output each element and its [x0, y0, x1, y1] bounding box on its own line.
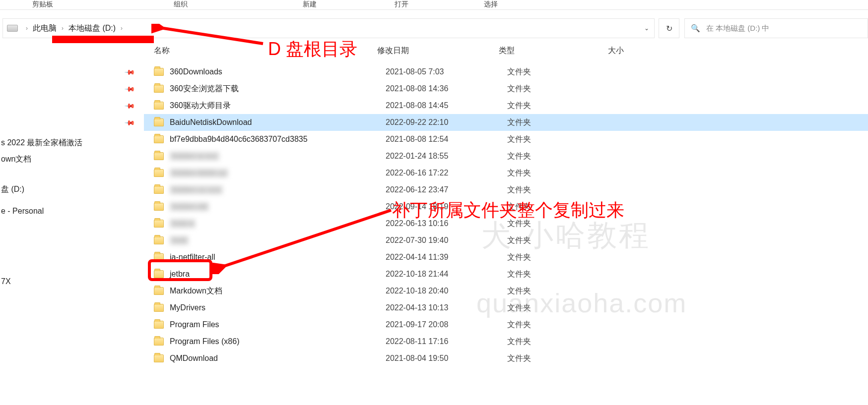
file-type: 文件夹 — [507, 101, 616, 111]
refresh-icon: ↻ — [666, 24, 672, 33]
sidebar-item[interactable]: s 2022 最新全家桶激活 — [0, 135, 144, 151]
file-type: 文件夹 — [507, 353, 616, 364]
chevron-down-icon[interactable]: ⌄ — [644, 25, 649, 32]
file-name: QMDownload — [170, 354, 386, 363]
file-date: 2022-10-18 21:44 — [386, 270, 507, 279]
sidebar-item[interactable]: 7X — [0, 274, 144, 289]
file-date: 2021-08-08 14:36 — [386, 84, 507, 93]
pin-icon[interactable]: 📌 — [124, 116, 135, 128]
sidebar: 📌 📌 📌 📌 s 2022 最新全家桶激活 own文档 盘 (D:) e - … — [0, 41, 144, 405]
file-row[interactable]: hidden-cc-zzz2022-06-12 23:47文件夹 — [144, 181, 868, 198]
folder-icon — [154, 203, 164, 211]
chevron-right-icon[interactable]: › — [118, 25, 126, 32]
folder-icon — [154, 287, 164, 295]
search-placeholder: 在 本地磁盘 (D:) 中 — [706, 24, 770, 33]
ribbon-section-row: 剪贴板 组织 新建 打开 选择 — [0, 0, 868, 10]
file-type: 文件夹 — [507, 337, 616, 347]
annotation-d-root: D 盘根目录 — [268, 37, 357, 61]
file-name: 360Downloads — [170, 67, 386, 76]
file-row[interactable]: 360Downloads2021-08-05 7:03文件夹 — [144, 63, 868, 80]
folder-icon — [154, 135, 164, 143]
pin-icon[interactable]: 📌 — [124, 66, 135, 77]
search-icon: 🔍 — [691, 24, 700, 33]
file-row[interactable]: Program Files (x86)2022-08-11 17:16文件夹 — [144, 333, 868, 350]
file-row[interactable]: QMDownload2021-08-04 19:50文件夹 — [144, 350, 868, 367]
sidebar-item[interactable]: e - Personal — [0, 204, 144, 219]
sidebar-item[interactable]: 盘 (D:) — [0, 181, 144, 198]
file-row[interactable]: Program Files2021-09-17 20:08文件夹 — [144, 316, 868, 333]
ribbon-select-label: 选择 — [484, 0, 498, 9]
arrow-icon — [151, 24, 266, 49]
search-input[interactable]: 🔍 在 本地磁盘 (D:) 中 — [684, 18, 868, 38]
column-date[interactable]: 修改日期 — [377, 46, 499, 56]
file-date: 2021-09-17 20:08 — [386, 320, 507, 329]
file-row[interactable]: hidden-a-xxx2022-01-24 18:55文件夹 — [144, 148, 868, 165]
folder-icon — [154, 152, 164, 160]
column-size[interactable]: 大小 — [608, 46, 687, 56]
folder-icon — [154, 85, 164, 93]
file-row[interactable]: 360驱动大师目录2021-08-08 14:45文件夹 — [144, 97, 868, 114]
folder-icon — [154, 186, 164, 194]
file-row[interactable]: 360安全浏览器下载2021-08-08 14:36文件夹 — [144, 80, 868, 97]
file-name: hidden-a-xxx — [170, 152, 386, 161]
file-name: MyDrivers — [170, 303, 386, 312]
file-type: 文件夹 — [507, 185, 616, 195]
folder-icon — [154, 169, 164, 177]
file-name: 360安全浏览器下载 — [170, 84, 386, 94]
sidebar-item[interactable]: own文档 — [0, 151, 144, 168]
file-name: Program Files (x86) — [170, 337, 386, 346]
file-date: 2022-01-24 18:55 — [386, 152, 507, 161]
file-name: Markdown文档 — [170, 286, 386, 296]
file-name: BaiduNetdiskDownload — [170, 118, 386, 127]
file-date: 2021-08-08 12:54 — [386, 135, 507, 144]
file-date: 2022-06-12 23:47 — [386, 185, 507, 194]
breadcrumb-drive[interactable]: 本地磁盘 (D:) — [67, 23, 118, 34]
file-date: 2022-08-11 17:16 — [386, 337, 507, 346]
file-type: 文件夹 — [507, 151, 616, 162]
ribbon-organize-label: 组织 — [174, 0, 188, 9]
folder-icon — [154, 102, 164, 110]
ribbon-clipboard-label: 剪贴板 — [32, 0, 53, 9]
folder-icon — [154, 68, 164, 76]
annotation-copy-note: 补丁所属文件夹整个复制过来 — [392, 198, 624, 223]
file-type: 文件夹 — [507, 134, 616, 145]
file-row[interactable]: BaiduNetdiskDownload2022-09-22 22:10文件夹 — [144, 114, 868, 131]
chevron-right-icon[interactable]: › — [59, 25, 67, 32]
watermark-url: quanxiaoha.com — [476, 288, 687, 318]
folder-icon — [154, 321, 164, 329]
file-type: 文件夹 — [507, 168, 616, 178]
file-date: 2021-08-08 14:45 — [386, 101, 507, 110]
svg-line-1 — [222, 210, 391, 267]
ribbon-new-label: 新建 — [303, 0, 317, 9]
chevron-right-icon[interactable]: › — [23, 25, 31, 32]
file-date: 2021-08-05 7:03 — [386, 67, 507, 76]
column-type[interactable]: 类型 — [499, 46, 608, 56]
file-type: 文件夹 — [507, 269, 616, 280]
file-type: 文件夹 — [507, 320, 616, 330]
folder-icon — [154, 338, 164, 346]
folder-icon — [154, 118, 164, 126]
file-type: 文件夹 — [507, 117, 616, 128]
folder-icon — [154, 220, 164, 228]
highlight-box-jetbra — [148, 259, 212, 281]
folder-icon — [154, 236, 164, 244]
file-name: Program Files — [170, 320, 386, 329]
file-row[interactable]: bf7e9dbba9b4d840c6c3683707cd38352021-08-… — [144, 131, 868, 148]
file-row[interactable]: hidden-bbbb-yy2022-06-16 17:22文件夹 — [144, 165, 868, 181]
folder-icon — [154, 354, 164, 362]
ribbon-open-label: 打开 — [395, 0, 408, 9]
pin-icon[interactable]: 📌 — [124, 100, 135, 111]
folder-icon — [154, 304, 164, 312]
pin-icon[interactable]: 📌 — [124, 83, 135, 94]
svg-line-0 — [160, 28, 263, 44]
file-type: 文件夹 — [507, 84, 616, 94]
breadcrumb-pc[interactable]: 此电脑 — [31, 23, 59, 34]
refresh-button[interactable]: ↻ — [659, 18, 679, 38]
arrow-icon — [212, 207, 396, 274]
file-date: 2022-09-22 22:10 — [386, 118, 507, 127]
file-name: hidden-bbbb-yy — [170, 169, 386, 177]
file-date: 2021-08-04 19:50 — [386, 354, 507, 363]
file-type: 文件夹 — [507, 67, 616, 77]
drive-icon — [7, 25, 18, 32]
breadcrumb[interactable]: › 此电脑 › 本地磁盘 (D:) › ⌄ — [2, 18, 655, 38]
